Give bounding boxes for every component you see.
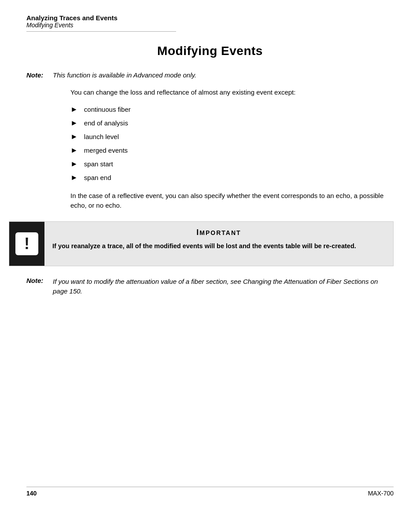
footer: 140 MAX-700 [26,487,394,497]
list-item-text: launch level [84,133,119,140]
list-item: ► launch level [70,133,385,141]
page-title: Modifying Events [26,44,394,58]
bullet-arrow-icon: ► [70,146,78,155]
bullet-list: ► continuous fiber ► end of analysis ► l… [70,106,385,182]
note1-text: This function is available in Advanced m… [53,71,196,79]
note1-label: Note: [26,71,49,79]
list-item-text: merged events [84,147,128,154]
note2-label: Note: [26,277,49,284]
bullet-arrow-icon: ► [70,132,78,141]
list-item: ► span end [70,174,385,182]
header-subtitle: Modifying Events [26,22,394,29]
note2-line: Note: If you want to modify the attenuat… [26,277,394,297]
main-content: You can change the loss and reflectance … [70,88,385,211]
note2-link[interactable]: Changing the Attenuation of Fiber Sectio… [243,278,368,285]
bullet-arrow-icon: ► [70,105,78,114]
bullet-arrow-icon: ► [70,160,78,169]
list-item: ► span start [70,160,385,169]
intro-paragraph: You can change the loss and reflectance … [70,88,385,98]
list-item-text: continuous fiber [84,106,131,113]
page-container: Analyzing Traces and Events Modifying Ev… [0,0,420,510]
important-icon-area: ! [9,222,44,266]
important-box: ! IMPORTANT If you reanalyze a trace, al… [9,221,394,266]
bullet-arrow-icon: ► [70,173,78,182]
note2-text-part1: If you want to modify the attenuation va… [53,278,243,285]
reflective-paragraph: In the case of a reflective event, you c… [70,191,385,211]
bullet-arrow-icon: ► [70,119,78,128]
list-item-text: span start [84,160,113,168]
header-section: Analyzing Traces and Events Modifying Ev… [26,14,394,32]
exclamation-icon: ! [24,236,29,252]
list-item: ► end of analysis [70,119,385,128]
important-body: If you reanalyze a trace, all of the mod… [52,242,385,251]
note2-text: If you want to modify the attenuation va… [53,277,394,297]
header-title: Analyzing Traces and Events [26,14,394,22]
footer-product: MAX-700 [368,490,394,497]
important-heading: IMPORTANT [52,228,385,237]
list-item-text: span end [84,174,111,181]
header-divider [26,31,176,32]
list-item-text: end of analysis [84,119,128,127]
important-heading-text: IMPORTANT [196,228,241,237]
list-item: ► merged events [70,147,385,155]
important-content: IMPORTANT If you reanalyze a trace, all … [44,222,393,266]
list-item: ► continuous fiber [70,106,385,114]
important-icon: ! [15,232,38,255]
note1-line: Note: This function is available in Adva… [26,71,394,79]
footer-page-number: 140 [26,490,37,497]
